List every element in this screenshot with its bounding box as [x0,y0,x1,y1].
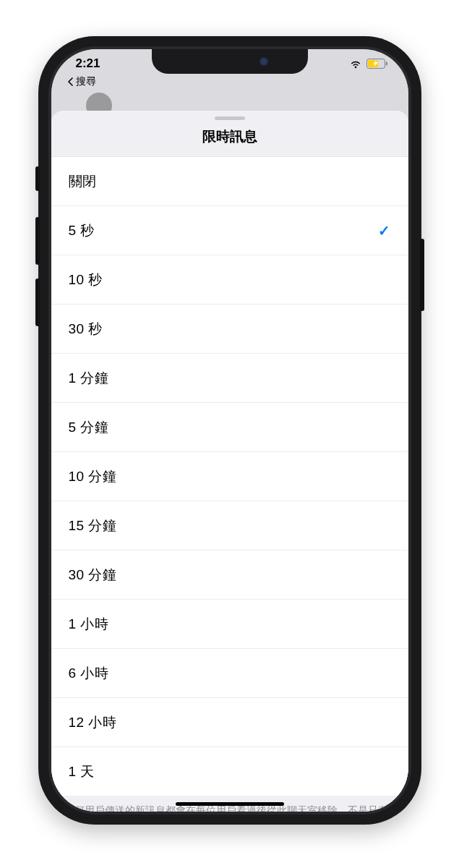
option-label: 15 分鐘 [69,516,117,535]
phone-frame: 2:21 搜尋 [38,36,421,825]
option-label: 1 小時 [69,615,109,634]
option-5s[interactable]: 5 秒 ✓ [51,205,408,255]
svg-rect-2 [386,62,387,66]
sheet-title: 限時訊息 [51,127,408,146]
option-list: 關閉 5 秒 ✓ 10 秒 30 秒 1 分鐘 [51,156,408,796]
option-label: 12 小時 [69,713,117,732]
option-label: 10 秒 [69,271,103,289]
option-label: 6 小時 [69,664,109,683]
home-indicator[interactable] [176,802,284,806]
back-label: 搜尋 [76,75,96,88]
option-10m[interactable]: 10 分鐘 [51,451,408,501]
camera-icon [259,57,268,66]
back-to-app[interactable]: 搜尋 [67,75,96,88]
option-5m[interactable]: 5 分鐘 [51,402,408,451]
option-label: 5 秒 [69,221,95,240]
notch [152,49,308,74]
option-label: 1 分鐘 [69,369,109,388]
option-label: 30 分鐘 [69,566,117,584]
option-label: 關閉 [69,172,97,191]
option-1m[interactable]: 1 分鐘 [51,353,408,402]
mute-switch[interactable] [35,166,40,191]
sheet-grabber[interactable] [215,116,245,120]
option-label: 5 分鐘 [69,418,109,437]
option-6h[interactable]: 6 小時 [51,648,408,697]
option-off[interactable]: 關閉 [51,157,408,205]
power-button[interactable] [420,239,424,311]
option-1h[interactable]: 1 小時 [51,599,408,648]
option-15m[interactable]: 15 分鐘 [51,501,408,550]
option-12h[interactable]: 12 小時 [51,697,408,746]
option-30s[interactable]: 30 秒 [51,304,408,353]
option-label: 1 天 [69,762,95,781]
modal-sheet: 限時訊息 關閉 5 秒 ✓ 10 秒 30 秒 [51,111,408,812]
option-30m[interactable]: 30 分鐘 [51,550,408,599]
wifi-icon [349,59,362,69]
option-label: 10 分鐘 [69,467,117,486]
status-time: 2:21 [76,56,100,71]
option-label: 30 秒 [69,320,103,339]
volume-up-button[interactable] [35,217,40,265]
screen: 2:21 搜尋 [51,49,408,812]
volume-down-button[interactable] [35,278,40,326]
option-1d[interactable]: 1 天 [51,746,408,796]
battery-icon [366,59,388,69]
option-10s[interactable]: 10 秒 [51,255,408,304]
caret-left-icon [67,77,74,86]
checkmark-icon: ✓ [378,222,391,239]
